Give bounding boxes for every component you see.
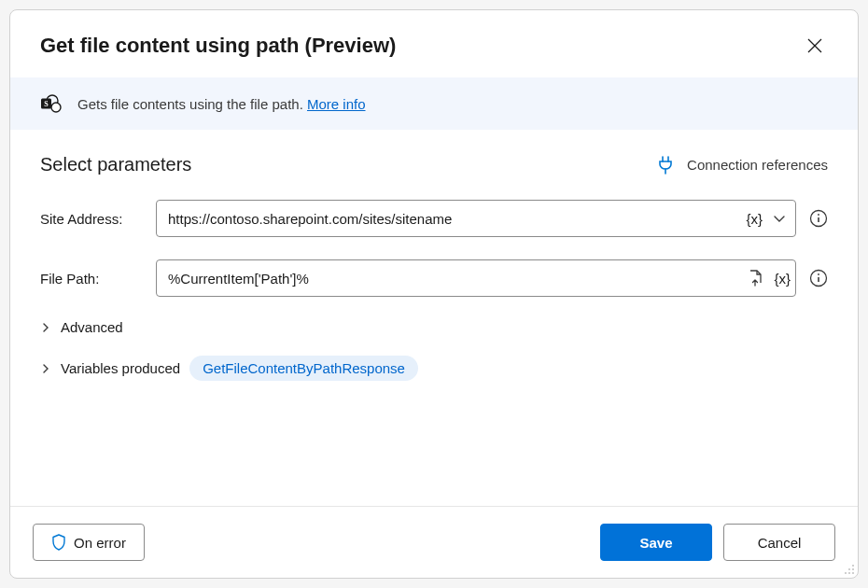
file-path-suffix: {x} xyxy=(744,265,791,291)
site-address-input[interactable] xyxy=(156,200,796,237)
svg-text:S: S xyxy=(44,100,49,108)
variables-produced-toggle[interactable]: Variables produced GetFileContentByPathR… xyxy=(40,356,828,381)
svg-point-11 xyxy=(818,214,819,216)
close-button[interactable] xyxy=(802,33,828,59)
svg-point-20 xyxy=(852,572,854,574)
connection-references-button[interactable]: Connection references xyxy=(657,156,828,175)
site-address-label: Site Address: xyxy=(40,211,143,227)
save-button[interactable]: Save xyxy=(600,524,712,561)
section-title: Select parameters xyxy=(40,154,191,175)
variable-token-button[interactable]: {x} xyxy=(746,211,763,227)
svg-point-15 xyxy=(852,565,854,567)
svg-point-18 xyxy=(845,572,847,574)
banner-text: Gets file contents using the file path. … xyxy=(77,96,366,112)
dialog-get-file-content: Get file content using path (Preview) S … xyxy=(9,9,859,579)
cancel-label: Cancel xyxy=(758,535,802,551)
file-path-input[interactable] xyxy=(156,259,796,297)
dialog-body: Select parameters Connection references … xyxy=(10,130,858,506)
site-address-suffix: {x} xyxy=(746,207,791,230)
resize-grip-icon[interactable] xyxy=(843,563,856,576)
variable-chip[interactable]: GetFileContentByPathResponse xyxy=(189,356,418,381)
info-banner: S Gets file contents using the file path… xyxy=(10,77,858,130)
site-address-info-button[interactable] xyxy=(809,209,828,228)
file-picker-button[interactable] xyxy=(744,265,768,291)
variable-token-button[interactable]: {x} xyxy=(774,271,791,287)
shield-icon xyxy=(51,534,66,551)
variables-produced-label: Variables produced xyxy=(61,360,180,376)
dialog-header: Get file content using path (Preview) xyxy=(10,10,858,77)
svg-point-16 xyxy=(848,568,850,570)
file-path-label: File Path: xyxy=(40,271,143,287)
advanced-label: Advanced xyxy=(61,319,123,335)
footer-right: Save Cancel xyxy=(600,524,835,561)
connection-references-label: Connection references xyxy=(687,157,828,173)
plug-icon xyxy=(657,156,674,175)
dialog-footer: On error Save Cancel xyxy=(10,506,858,578)
chevron-right-icon xyxy=(40,363,51,374)
info-icon xyxy=(809,209,828,228)
banner-description: Gets file contents using the file path. xyxy=(77,96,307,112)
svg-point-14 xyxy=(818,273,819,275)
advanced-section-toggle[interactable]: Advanced xyxy=(40,319,828,335)
svg-point-19 xyxy=(848,572,850,574)
on-error-label: On error xyxy=(74,535,126,551)
file-picker-icon xyxy=(748,269,764,287)
svg-point-3 xyxy=(51,103,61,112)
svg-point-17 xyxy=(852,568,854,570)
param-file-path: File Path: {x} xyxy=(40,259,828,297)
section-header: Select parameters Connection references xyxy=(40,154,828,175)
param-site-address: Site Address: {x} xyxy=(40,200,828,237)
close-icon xyxy=(807,38,822,53)
chevron-down-icon xyxy=(772,211,787,226)
info-icon xyxy=(809,269,828,287)
dialog-title: Get file content using path (Preview) xyxy=(40,34,396,58)
file-path-info-button[interactable] xyxy=(809,269,828,287)
file-path-input-wrap: {x} xyxy=(156,259,796,297)
chevron-right-icon xyxy=(40,322,51,333)
sharepoint-icon: S xyxy=(40,94,63,113)
on-error-button[interactable]: On error xyxy=(33,524,145,561)
save-label: Save xyxy=(639,535,672,551)
site-address-input-wrap: {x} xyxy=(156,200,796,237)
cancel-button[interactable]: Cancel xyxy=(723,524,835,561)
more-info-link[interactable]: More info xyxy=(307,96,366,112)
site-address-dropdown-button[interactable] xyxy=(768,207,791,230)
